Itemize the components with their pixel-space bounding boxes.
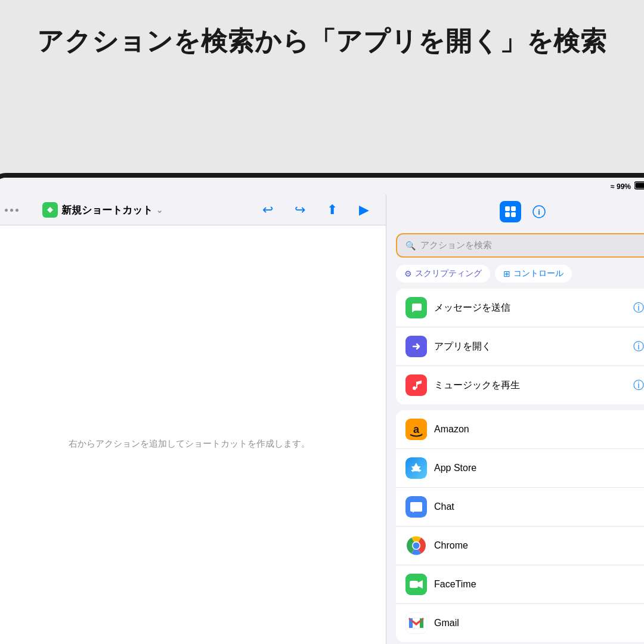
app-chat[interactable]: Chat xyxy=(396,487,644,526)
ipad-screen: ≈ 99% xyxy=(0,178,644,644)
category-control[interactable]: ⊞ コントロール xyxy=(495,265,572,283)
svg-rect-1 xyxy=(636,183,645,188)
music-app-icon xyxy=(405,374,427,396)
facetime-app-icon xyxy=(405,574,427,595)
app-list-group: a Amazon xyxy=(396,410,644,642)
control-label: コントロール xyxy=(513,268,564,279)
editor-placeholder: 右からアクションを追加してショートカットを作成します。 xyxy=(69,438,310,450)
actions-header: i xyxy=(386,195,644,228)
ipad-frame: ≈ 99% xyxy=(0,173,644,644)
app-facetime[interactable]: FaceTime xyxy=(396,565,644,603)
toolbar: 新規ショートカット ⌄ ↩ ↪ ⬆ ▶ xyxy=(0,195,386,225)
quick-actions-group: メッセージを送信 ⓘ アプリを開く ⓘ xyxy=(396,289,644,404)
right-panel: i 🔍 アクションを検索 ⚙ スクリプティング xyxy=(386,195,644,644)
open-app-info-button[interactable]: ⓘ xyxy=(633,339,644,354)
redo-button[interactable]: ↪ xyxy=(290,201,310,219)
amazon-app-icon: a xyxy=(405,419,427,440)
wifi-icon: ≈ 99% xyxy=(611,182,631,191)
open-app-icon xyxy=(405,336,427,357)
appstore-app-icon xyxy=(405,457,427,479)
shortcut-app-icon xyxy=(42,202,58,218)
scripting-icon: ⚙ xyxy=(404,269,412,278)
search-placeholder: アクションを検索 xyxy=(420,240,492,251)
info-button[interactable]: i xyxy=(528,201,550,222)
music-label: ミュージックを再生 xyxy=(434,379,626,392)
action-open-app[interactable]: アプリを開く ⓘ xyxy=(396,327,644,366)
category-row: ⚙ スクリプティング ⊞ コントロール xyxy=(386,265,644,289)
undo-button[interactable]: ↩ xyxy=(258,201,278,219)
svg-rect-15 xyxy=(410,502,422,512)
svg-text:a: a xyxy=(413,423,420,435)
control-icon: ⊞ xyxy=(503,269,510,278)
action-messages[interactable]: メッセージを送信 ⓘ xyxy=(396,289,644,327)
chrome-app-icon xyxy=(405,535,427,556)
instruction-title: アクションを検索から「アプリを開く」を検索 xyxy=(36,24,608,58)
app-amazon[interactable]: a Amazon xyxy=(396,410,644,448)
app-appstore[interactable]: App Store xyxy=(396,448,644,487)
run-button[interactable]: ▶ xyxy=(354,201,374,219)
messages-info-button[interactable]: ⓘ xyxy=(633,301,644,315)
amazon-label: Amazon xyxy=(434,424,644,435)
chat-app-icon xyxy=(405,496,427,518)
app-chrome[interactable]: Chrome xyxy=(396,526,644,565)
editor-area: 右からアクションを追加してショートカットを作成します。 xyxy=(0,225,386,644)
chevron-down-icon: ⌄ xyxy=(156,206,163,215)
status-bar: ≈ 99% xyxy=(0,178,644,195)
music-info-button[interactable]: ⓘ xyxy=(633,378,644,392)
chrome-label: Chrome xyxy=(434,540,644,551)
toolbar-dots xyxy=(5,209,18,212)
svg-text:i: i xyxy=(538,208,540,216)
chat-label: Chat xyxy=(434,501,644,512)
app-content: 新規ショートカット ⌄ ↩ ↪ ⬆ ▶ 右からアクションを追加してショートカット… xyxy=(0,195,644,644)
search-icon: 🔍 xyxy=(405,241,416,250)
search-container: 🔍 アクションを検索 xyxy=(386,228,644,265)
svg-rect-5 xyxy=(505,212,510,217)
svg-rect-6 xyxy=(511,212,516,217)
action-list: メッセージを送信 ⓘ アプリを開く ⓘ xyxy=(386,289,644,644)
appstore-label: App Store xyxy=(434,463,644,473)
gmail-app-icon xyxy=(405,612,427,634)
left-panel: 新規ショートカット ⌄ ↩ ↪ ⬆ ▶ 右からアクションを追加してショートカット… xyxy=(0,195,386,644)
app-gmail[interactable]: Gmail xyxy=(396,603,644,642)
action-music[interactable]: ミュージックを再生 ⓘ xyxy=(396,366,644,404)
add-actions-button[interactable] xyxy=(500,201,521,222)
svg-point-9 xyxy=(413,386,416,390)
instruction-area: アクションを検索から「アプリを開く」を検索 xyxy=(0,0,644,76)
facetime-label: FaceTime xyxy=(434,579,644,590)
svg-rect-4 xyxy=(511,206,516,211)
messages-action-label: メッセージを送信 xyxy=(434,302,626,314)
svg-rect-10 xyxy=(416,382,417,388)
messages-app-icon xyxy=(405,297,427,318)
share-button[interactable]: ⬆ xyxy=(322,201,342,219)
scripting-label: スクリプティング xyxy=(415,268,482,279)
category-scripting[interactable]: ⚙ スクリプティング xyxy=(396,265,490,283)
open-app-label: アプリを開く xyxy=(434,340,626,353)
search-bar[interactable]: 🔍 アクションを検索 xyxy=(396,233,644,258)
svg-point-19 xyxy=(413,543,420,549)
shortcut-name-label: 新規ショートカット xyxy=(61,203,153,217)
gmail-label: Gmail xyxy=(434,618,644,628)
svg-rect-21 xyxy=(410,581,418,588)
battery-icon xyxy=(634,181,644,191)
svg-rect-3 xyxy=(505,206,510,211)
toolbar-title: 新規ショートカット ⌄ xyxy=(42,202,163,218)
